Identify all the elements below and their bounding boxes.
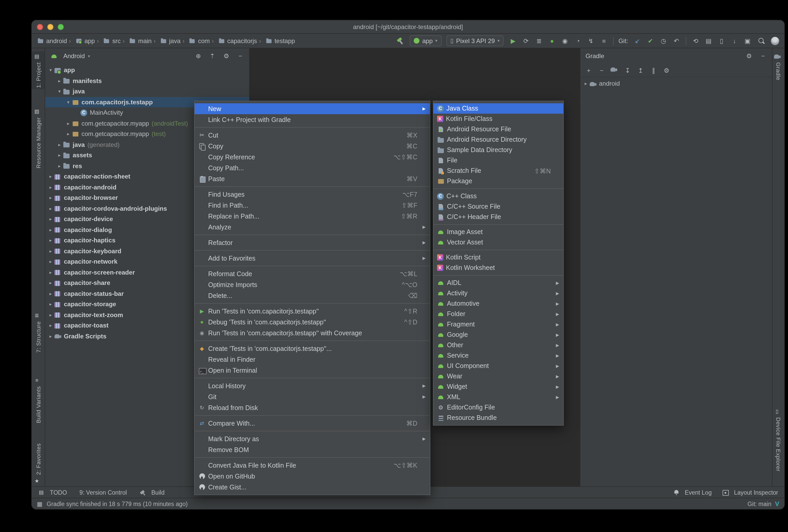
menu-item-git[interactable]: Git ▶	[195, 391, 430, 402]
submenu-item-c-class[interactable]: C C++ Class	[433, 191, 563, 201]
sync-gradle-button[interactable]: ⟲	[691, 36, 700, 45]
submenu-item-kotlin-script[interactable]: K Kotlin Script	[433, 252, 563, 263]
menu-item-debug-tests-in-com-capacitorjs-testapp[interactable]: ● Debug 'Tests in 'com.capacitorjs.testa…	[195, 317, 430, 328]
menu-item-convert-java-file-to-kotlin-file[interactable]: Convert Java File to Kotlin File ⌥⇧⌘K	[195, 460, 430, 471]
submenu-item-resource-bundle[interactable]: Resource Bundle	[433, 413, 563, 423]
submenu-item-android-resource-file[interactable]: Android Resource File	[433, 124, 563, 134]
breadcrumb-item-app[interactable]: › app	[67, 37, 95, 44]
breadcrumb-item-capacitorjs[interactable]: › capacitorjs	[210, 37, 257, 44]
hide-panel-button[interactable]: −	[760, 53, 767, 60]
menu-item-remove-bom[interactable]: Remove BOM	[195, 444, 430, 455]
menu-item-run-tests-in-com-capacitorjs-testapp[interactable]: ▶ Run 'Tests in 'com.capacitorjs.testapp…	[195, 306, 430, 317]
hide-panel-button[interactable]: −	[237, 53, 244, 60]
submenu-item-java-class[interactable]: C Java Class	[433, 103, 563, 114]
expander-icon[interactable]: ▸	[56, 163, 63, 169]
tree-row-app[interactable]: ▾ app	[45, 65, 249, 76]
menu-item-compare-with[interactable]: ⇄ Compare With... ⌘D	[195, 418, 430, 429]
expander-icon[interactable]: ▸	[47, 195, 54, 201]
submenu-item-scratch-file[interactable]: Scratch File ⇧⌘N	[433, 165, 563, 176]
submenu-item-wear[interactable]: Wear ▶	[433, 371, 563, 381]
menu-item-copy-reference[interactable]: Copy Reference ⌥⇧⌘C	[195, 152, 430, 162]
menu-item-local-history[interactable]: Local History ▶	[195, 380, 430, 391]
expander-icon[interactable]: ▸	[47, 238, 54, 243]
expander-icon[interactable]: ▸	[47, 270, 54, 275]
menu-item-new[interactable]: New ▶	[195, 103, 430, 114]
menu-item-replace-in-path[interactable]: Replace in Path... ⇧⌘R	[195, 211, 430, 222]
avatar[interactable]	[771, 37, 779, 45]
profiler-button[interactable]: ◔	[573, 36, 583, 45]
expander-icon[interactable]: ▸	[583, 81, 589, 86]
menu-item-reveal-in-finder[interactable]: Reveal in Finder	[195, 354, 430, 365]
debug-button[interactable]: ●	[547, 36, 557, 45]
submenu-item-image-asset[interactable]: Image Asset	[433, 227, 563, 237]
coverage-button[interactable]: ◉	[560, 36, 570, 45]
submenu-item-automotive[interactable]: Automotive ▶	[433, 298, 563, 309]
tool-tab-favorites[interactable]: ★ 2: Favorites	[32, 442, 45, 486]
menu-item-add-to-favorites[interactable]: Add to Favorites ▶	[195, 253, 430, 264]
expander-icon[interactable]: ▸	[47, 185, 54, 190]
menu-item-delete[interactable]: Delete... ⌫	[195, 290, 430, 301]
submenu-item-sample-data-directory[interactable]: Sample Data Directory	[433, 145, 563, 155]
tool-tab-gradle[interactable]: Gradle	[772, 52, 784, 82]
expander-icon[interactable]: ▸	[65, 121, 72, 126]
breadcrumb-item-java[interactable]: › java	[152, 37, 180, 44]
commit-button[interactable]: ✔	[646, 36, 655, 45]
menu-item-run-tests-in-com-capacitorjs-testapp-with-covera[interactable]: ◉ Run 'Tests in 'com.capacitorjs.testapp…	[195, 328, 430, 338]
menu-item-open-in-terminal[interactable]: Open in Terminal	[195, 365, 430, 376]
expander-icon[interactable]: ▾	[47, 68, 54, 73]
gradle-settings-button[interactable]: ⚙	[745, 53, 753, 60]
submenu-item-editorconfig-file[interactable]: ⚙ EditorConfig File	[433, 402, 563, 413]
submenu-item-folder[interactable]: Folder ▶	[433, 309, 563, 319]
update-project-button[interactable]: ↙	[633, 36, 642, 45]
submenu-item-c-c-source-file[interactable]: C/C++ Source File	[433, 201, 563, 212]
breadcrumb-item-src[interactable]: › src	[95, 37, 120, 44]
stop-button[interactable]: ■	[599, 36, 609, 45]
layout-inspector-button[interactable]: Layout Inspector	[722, 489, 778, 495]
tool-tab-project[interactable]: ▤ 1: Project	[32, 52, 45, 90]
submenu-item-google[interactable]: Google ▶	[433, 330, 563, 340]
submenu-item-ui-component[interactable]: UI Component ▶	[433, 361, 563, 371]
menu-item-mark-directory-as[interactable]: Mark Directory as ▶	[195, 433, 430, 444]
menu-item-paste[interactable]: Paste ⌘V	[195, 173, 430, 184]
submenu-item-android-resource-directory[interactable]: Android Resource Directory	[433, 134, 563, 145]
attach-debugger-button[interactable]: ↯	[586, 36, 596, 45]
menu-item-open-on-github[interactable]: Open on GitHub	[195, 471, 430, 482]
expander-icon[interactable]: ▸	[47, 291, 54, 296]
menu-item-reload-from-disk[interactable]: ↻ Reload from Disk	[195, 402, 430, 413]
expander-icon[interactable]: ▾	[56, 89, 63, 94]
expander-icon[interactable]: ▸	[65, 132, 72, 137]
expander-icon[interactable]: ▸	[47, 313, 54, 318]
tool-tab-todo[interactable]: ▤ TODO	[38, 489, 67, 495]
collapse-all-button[interactable]: ⇡	[209, 53, 216, 60]
event-log-button[interactable]: Event Log	[673, 489, 712, 495]
run-configuration-select[interactable]: app ▾	[410, 35, 441, 46]
tool-tab-build[interactable]: Build	[139, 489, 164, 495]
submenu-item-aidl[interactable]: AIDL ▶	[433, 278, 563, 288]
submenu-item-xml[interactable]: XML ▶	[433, 392, 563, 402]
expander-icon[interactable]: ▸	[47, 206, 54, 211]
breadcrumb-item-com[interactable]: › com	[181, 37, 210, 44]
menu-item-link-c-project-with-gradle[interactable]: Link C++ Project with Gradle	[195, 114, 430, 125]
device-manager-button[interactable]: ▤	[704, 36, 713, 45]
menu-item-copy-path[interactable]: Copy Path...	[195, 162, 430, 173]
device-select[interactable]: ▯ Pixel 3 API 29 ▾	[446, 35, 504, 46]
menu-item-create-tests-in-com-capacitorjs-testapp[interactable]: ◆ Create 'Tests in 'com.capacitorjs.test…	[195, 343, 430, 354]
tool-tab-version-control[interactable]: 9: Version Control	[79, 489, 127, 495]
submenu-item-vector-asset[interactable]: Vector Asset	[433, 237, 563, 248]
tool-tab-structure[interactable]: ≣ 7: Structure	[32, 310, 45, 354]
git-branch-widget[interactable]: Git: main	[748, 500, 771, 507]
breadcrumb-item-testapp[interactable]: › testapp	[257, 37, 295, 44]
submenu-item-widget[interactable]: Widget ▶	[433, 381, 563, 392]
close-button[interactable]	[37, 24, 43, 30]
expander-icon[interactable]: ▸	[47, 217, 54, 222]
toolwindow-toggle-icon[interactable]: ▦	[37, 500, 43, 507]
tree-row-manifests[interactable]: ▸ manifests	[45, 76, 249, 86]
expander-icon[interactable]: ▸	[47, 334, 54, 339]
collapse-all-button[interactable]: ↥	[636, 66, 645, 75]
submenu-item-other[interactable]: Other ▶	[433, 340, 563, 350]
add-gradle-project-button[interactable]: +	[584, 66, 593, 75]
expander-icon[interactable]: ▾	[65, 100, 72, 105]
tool-tab-resource-manager[interactable]: ▨ Resource Manager	[32, 106, 45, 170]
locate-file-button[interactable]: ⊕	[195, 53, 202, 60]
expand-all-button[interactable]: ↧	[623, 66, 632, 75]
